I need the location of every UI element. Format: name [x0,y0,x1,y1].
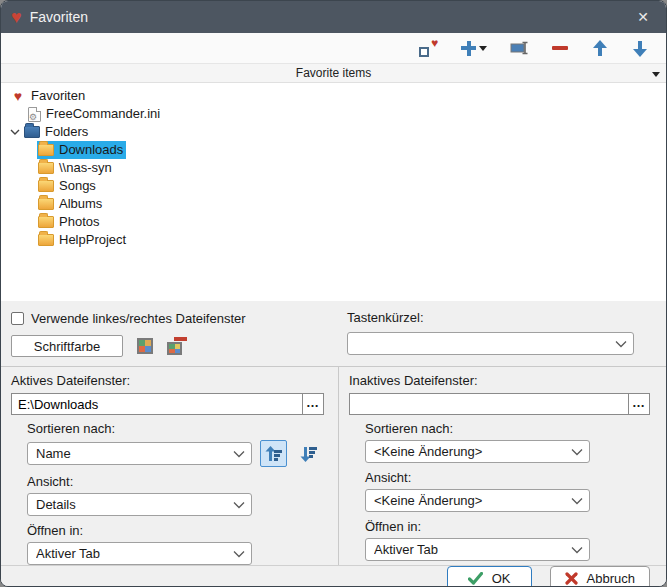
inactive-panel-section: Inaktives Dateifenster: … Sortieren nach… [339,367,666,565]
tree-item-label: \\nas-syn [59,159,112,177]
inactive-view-combobox[interactable]: <Keine Änderung> [365,489,590,512]
heart-icon: ♥ [10,89,26,103]
favorites-dialog: ♥ Favoriten ✕ ♥ [0,0,667,587]
tree-item-albums[interactable]: Albums [1,195,666,213]
chevron-down-icon [233,450,245,458]
tree-item-folders[interactable]: Folders [1,123,666,141]
tree-item-label: Albums [59,195,102,213]
title-bar: ♥ Favoriten ✕ [1,1,666,33]
move-down-button[interactable] [628,36,652,60]
chevron-down-icon [233,550,245,558]
favorites-column-header[interactable]: Favorite items [1,63,666,83]
tree-item-songs[interactable]: Songs [1,177,666,195]
chevron-down-icon [571,448,583,456]
tree-item-favoriten[interactable]: ♥ Favoriten [1,87,666,105]
tree-item-label: Photos [59,213,99,231]
tree-item-nas-syn[interactable]: \\nas-syn [1,159,666,177]
chevron-down-icon[interactable] [7,128,23,136]
favorites-tree: ♥ Favoriten ⚙ FreeCommander.ini Folders … [1,83,666,301]
view-label: Ansicht: [365,470,650,485]
heart-icon: ♥ [11,8,22,26]
ok-label: OK [492,571,511,586]
move-up-button[interactable] [588,36,612,60]
plus-icon [461,41,476,56]
open-in-value: Aktiver Tab [36,546,233,561]
remove-item-button[interactable] [548,36,572,60]
active-path-input[interactable] [11,393,302,415]
options-strip: Verwende linkes/rechtes Dateifenster Sch… [1,301,666,366]
rename-icon [510,41,530,55]
font-color-swatch-icon[interactable] [137,338,153,354]
tree-item-downloads[interactable]: Downloads [1,141,666,159]
arrow-down-icon [632,40,648,57]
cancel-button[interactable]: Abbruch [550,566,650,587]
open-in-label: Öffnen in: [365,519,650,534]
inactive-path-input[interactable] [349,393,628,415]
shortcut-combobox[interactable] [347,332,634,355]
add-item-button[interactable] [456,36,492,60]
chevron-down-icon [571,497,583,505]
selected-highlight: Downloads [37,141,126,159]
active-open-in-combobox[interactable]: Aktiver Tab [27,542,252,565]
tree-item-freecommander-ini[interactable]: ⚙ FreeCommander.ini [1,105,666,123]
active-sort-combobox[interactable]: Name [27,442,252,465]
tree-item-label: FreeCommander.ini [46,105,160,123]
ok-button[interactable]: OK [447,566,532,587]
sort-descending-icon [300,446,318,462]
window-title: Favoriten [30,9,88,25]
sort-value: Name [36,446,233,461]
ini-file-icon: ⚙ [28,107,41,122]
checkbox[interactable] [11,312,24,325]
open-in-value: Aktiver Tab [374,542,571,557]
chevron-down-icon [233,501,245,509]
background-color-swatch-icon[interactable] [167,337,187,355]
folder-blue-icon [24,126,40,138]
sort-descending-button[interactable] [295,440,322,467]
close-button[interactable]: ✕ [620,1,666,33]
sort-value: <Keine Änderung> [374,444,571,459]
sort-ascending-button[interactable] [260,440,287,467]
chevron-down-icon [615,340,627,348]
tree-item-photos[interactable]: Photos [1,213,666,231]
shortcut-label: Tastenkürzel: [347,310,634,325]
folder-icon [38,216,54,228]
use-left-right-panel-option[interactable]: Verwende linkes/rechtes Dateifenster [11,310,339,326]
tree-item-label: Favoriten [31,87,85,105]
folder-icon [38,234,54,246]
inactive-open-in-combobox[interactable]: Aktiver Tab [365,538,590,561]
tree-item-label: Songs [59,177,96,195]
folder-icon [38,198,54,210]
browse-button[interactable]: … [302,393,324,415]
font-color-button[interactable]: Schriftfarbe [11,335,123,357]
dialog-footer: OK Abbruch [1,565,666,587]
open-in-label: Öffnen in: [27,523,324,538]
check-icon [468,572,483,585]
sort-label: Sortieren nach: [27,421,324,436]
arrow-up-icon [592,40,608,57]
add-favorite-icon: ♥ [419,40,437,57]
favorites-toolbar: ♥ [1,33,666,63]
inactive-panel-title: Inaktives Dateifenster: [349,373,650,388]
chevron-down-icon [571,546,583,554]
tree-item-label: Folders [45,123,88,141]
active-panel-title: Aktives Dateifenster: [11,373,324,388]
view-label: Ansicht: [27,474,324,489]
panel-settings: Aktives Dateifenster: … Sortieren nach: … [1,366,666,565]
sort-label: Sortieren nach: [365,421,650,436]
rename-item-button[interactable] [508,36,532,60]
tree-item-helpproject[interactable]: HelpProject [1,231,666,249]
folder-icon [38,144,54,156]
tree-item-label: Downloads [59,141,123,159]
inactive-sort-combobox[interactable]: <Keine Änderung> [365,440,590,463]
active-panel-section: Aktives Dateifenster: … Sortieren nach: … [1,367,339,565]
column-header-label: Favorite items [296,66,371,80]
cancel-label: Abbruch [587,571,635,586]
chevron-down-icon [479,46,487,51]
minus-icon [552,46,568,50]
tree-item-label: HelpProject [59,231,126,249]
add-favorite-button[interactable]: ♥ [416,36,440,60]
chevron-down-icon[interactable] [652,72,660,77]
active-view-combobox[interactable]: Details [27,493,252,516]
browse-button[interactable]: … [628,393,650,415]
sort-ascending-icon [265,446,283,462]
